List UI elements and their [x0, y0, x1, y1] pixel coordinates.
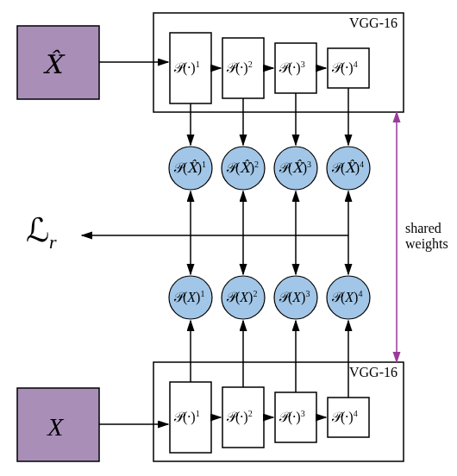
vgg-bottom-block-2: 𝒫(·)2: [222, 387, 264, 448]
svg-text:𝒫(X)2: 𝒫(X)2: [226, 289, 257, 305]
feature-top-2: 𝒫(X̂)2: [222, 147, 265, 190]
svg-text:𝒫(X̂)3: 𝒫(X̂)3: [279, 160, 311, 176]
svg-text:𝒫(X̂)2: 𝒫(X̂)2: [226, 160, 259, 176]
vgg-bottom-block-4: 𝒫(·)4: [328, 398, 369, 437]
vgg-top-block-1: 𝒫(·)1: [170, 33, 211, 103]
feature-bottom-1: 𝒫(X)1: [169, 276, 212, 319]
svg-text:𝒫(X̂)1: 𝒫(X̂)1: [173, 160, 206, 176]
vgg-top-block-4: 𝒫(·)4: [328, 48, 369, 88]
feature-bottom-2: 𝒫(X)2: [222, 276, 265, 319]
shared-weights-label-1: shared: [405, 221, 441, 235]
vgg-top-title: VGG-16: [349, 16, 398, 30]
vgg-bottom-block-1: 𝒫(·)1: [170, 382, 211, 453]
svg-text:𝒫(X)1: 𝒫(X)1: [173, 289, 204, 305]
loss-label: ℒr: [26, 212, 57, 253]
feature-bottom-4: 𝒫(X)4: [327, 276, 370, 319]
vgg-bottom-title: VGG-16: [349, 365, 398, 379]
vgg-bottom-block-3: 𝒫(·)3: [275, 392, 316, 442]
feature-top-4: 𝒫(X̂)4: [327, 147, 370, 190]
svg-text:𝒫(X)4: 𝒫(X)4: [331, 289, 362, 305]
feature-bottom-3: 𝒫(X)3: [274, 276, 317, 319]
svg-text:𝒫(X)3: 𝒫(X)3: [279, 289, 310, 305]
shared-weights-label-2: weights: [405, 236, 448, 252]
input-x-label: X: [47, 412, 65, 441]
feature-top-1: 𝒫(X̂)1: [169, 147, 212, 190]
vgg-top-block-3: 𝒫(·)3: [275, 43, 316, 93]
feature-top-3: 𝒫(X̂)3: [274, 147, 317, 190]
svg-text:𝒫(X̂)4: 𝒫(X̂)4: [331, 160, 364, 176]
vgg-top-block-2: 𝒫(·)2: [222, 38, 264, 98]
